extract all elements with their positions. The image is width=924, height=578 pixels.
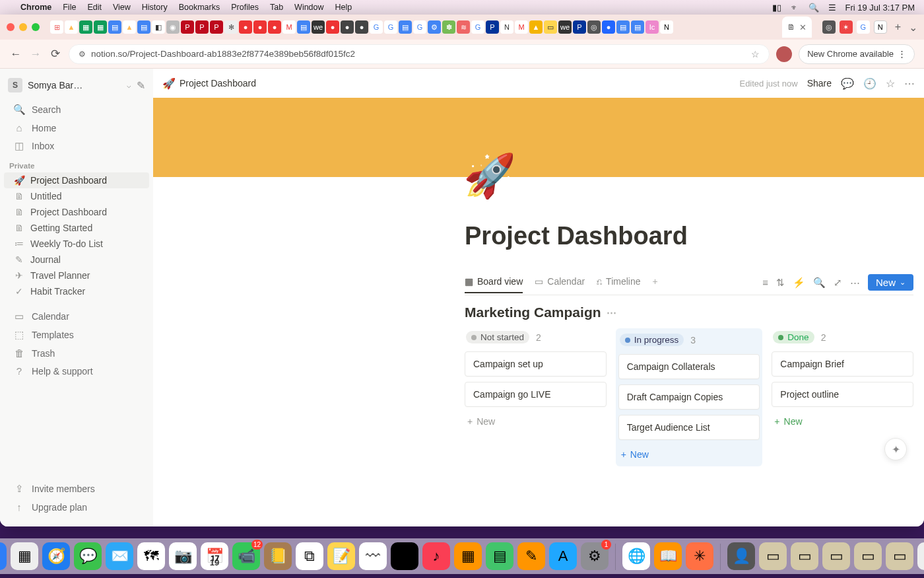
pinned-tab[interactable]: ● <box>326 20 339 34</box>
pinned-tab[interactable]: Ic <box>645 20 659 34</box>
pinned-tab[interactable]: ▭ <box>544 20 557 34</box>
dock-app[interactable]: 🧭 <box>42 542 70 570</box>
sidebar-home[interactable]: ⌂Home <box>4 119 149 137</box>
pinned-tab[interactable]: ▤ <box>616 20 630 34</box>
dock-app[interactable]: ⧉ <box>296 542 323 570</box>
dock-app[interactable]: ✎ <box>517 542 545 570</box>
dock-app[interactable]: 💬 <box>74 542 102 570</box>
filter-icon[interactable]: ≡ <box>762 277 768 288</box>
dock-app[interactable]: ▭ <box>854 542 882 570</box>
dock-app[interactable]: ▭ <box>886 542 913 570</box>
pinned-tab[interactable]: G <box>471 20 484 34</box>
automation-icon[interactable]: ⚡ <box>793 277 805 289</box>
background-tab[interactable]: ✶ <box>840 20 853 34</box>
updates-icon[interactable]: 🕘 <box>863 77 876 90</box>
pinned-tab[interactable]: we <box>558 20 572 34</box>
dock-app[interactable]: ✉️ <box>106 542 133 570</box>
dock-app[interactable]: 📒 <box>264 542 292 570</box>
pinned-tab[interactable]: ⊞ <box>50 20 63 34</box>
comments-icon[interactable]: 💬 <box>841 77 854 90</box>
dock-app[interactable]: 〰 <box>359 542 387 570</box>
expand-icon[interactable]: ⤢ <box>834 277 842 289</box>
dock-app[interactable]: 📹12 <box>232 542 260 570</box>
active-tab[interactable]: 🗎 ✕ <box>782 17 812 38</box>
database-title[interactable]: Marketing Campaign⋯ <box>465 305 913 320</box>
board-card[interactable]: Project outline <box>772 382 913 407</box>
sidebar-trash[interactable]: 🗑Trash <box>4 344 149 362</box>
sidebar-help[interactable]: ?Help & support <box>4 362 149 380</box>
pinned-tab[interactable]: P <box>486 20 499 34</box>
pinned-tab[interactable]: ● <box>239 20 252 34</box>
bookmark-star-icon[interactable]: ☆ <box>751 49 760 59</box>
dock-app[interactable]: tv <box>391 542 418 570</box>
pinned-tab[interactable]: ▲ <box>123 20 136 34</box>
close-tab-icon[interactable]: ✕ <box>799 22 807 32</box>
background-tab[interactable]: G <box>857 20 870 34</box>
sidebar-invite[interactable]: ⇪Invite members <box>4 480 149 498</box>
dock-app[interactable]: ▦ <box>11 542 38 570</box>
dock-app[interactable]: 📝 <box>327 542 355 570</box>
db-view-tab[interactable]: ▭Calendar <box>535 276 585 289</box>
share-button[interactable]: Share <box>807 78 832 89</box>
board-card[interactable]: Campaign Brief <box>772 351 913 377</box>
board-card[interactable]: Draft Campaign Copies <box>618 384 760 410</box>
pinned-tab[interactable]: ● <box>253 20 267 34</box>
sort-icon[interactable]: ⇅ <box>776 277 785 289</box>
update-chrome-button[interactable]: New Chrome available⋮ <box>799 44 915 64</box>
background-tab[interactable]: ◎ <box>822 20 836 34</box>
dock-app[interactable]: 🗺 <box>137 542 165 570</box>
spotlight-icon[interactable]: 🔍 <box>808 3 819 13</box>
dock-app[interactable]: A <box>549 542 577 570</box>
sidebar-inbox[interactable]: ◫Inbox <box>4 137 149 155</box>
favorite-icon[interactable]: ☆ <box>886 77 895 90</box>
control-center-icon[interactable]: ☰ <box>828 3 836 13</box>
menubar-item[interactable]: File <box>63 3 76 12</box>
dock-app[interactable]: 👤 <box>727 542 755 570</box>
db-view-tab[interactable]: ⎌Timeline <box>597 276 640 289</box>
forward-button[interactable]: → <box>29 48 42 61</box>
pinned-tab[interactable]: ✽ <box>442 20 455 34</box>
dock-app[interactable]: ✳ <box>686 542 713 570</box>
back-button[interactable]: ← <box>9 48 22 61</box>
board-card[interactable]: Campaign go LIVE <box>465 382 607 407</box>
search-db-icon[interactable]: 🔍 <box>813 277 826 289</box>
column-header[interactable]: Done2 <box>772 328 913 346</box>
dock-app[interactable]: ▭ <box>791 542 818 570</box>
pinned-tab[interactable]: G <box>384 20 397 34</box>
pinned-tab[interactable]: P <box>573 20 586 34</box>
minimize-window-button[interactable] <box>19 23 27 31</box>
db-view-tab[interactable]: ▦Board view <box>465 276 523 293</box>
close-window-button[interactable] <box>7 23 15 31</box>
pinned-tab[interactable]: we <box>312 20 325 34</box>
new-tab-button[interactable]: + <box>891 21 905 33</box>
add-view-button[interactable]: + <box>652 276 657 289</box>
pinned-tab[interactable]: ▤ <box>297 20 310 34</box>
pinned-tab[interactable]: G <box>370 20 383 34</box>
menubar-item[interactable]: Tab <box>270 3 283 12</box>
dock-app[interactable]: 📅19 <box>201 542 228 570</box>
sidebar-page[interactable]: 🗎Untitled <box>4 188 149 204</box>
pinned-tab[interactable]: G <box>413 20 426 34</box>
sidebar-calendar[interactable]: ▭Calendar <box>4 307 149 326</box>
pinned-tab[interactable]: P <box>195 20 209 34</box>
breadcrumb[interactable]: 🚀 Project Dashboard <box>162 77 256 90</box>
reload-button[interactable]: ⟳ <box>49 47 62 61</box>
pinned-tab[interactable]: ◎ <box>587 20 601 34</box>
dock-app[interactable]: 🌐 <box>622 542 650 570</box>
dock-app[interactable]: 🗑 <box>917 542 924 570</box>
pinned-tab[interactable]: ⚙ <box>428 20 441 34</box>
add-card-button[interactable]: +New <box>618 445 760 464</box>
pinned-tab[interactable]: M <box>515 20 528 34</box>
dock-app[interactable]: ▤ <box>486 542 513 570</box>
dock-app[interactable]: ☺ <box>0 542 7 570</box>
sidebar-page[interactable]: ≔Weekly To-do List <box>4 236 149 252</box>
pinned-tab[interactable]: ◧ <box>152 20 165 34</box>
new-record-button[interactable]: New⌄ <box>868 274 913 291</box>
page-cover[interactable]: 🚀 <box>153 98 924 177</box>
page-emoji[interactable]: 🚀 <box>463 151 516 201</box>
menubar-item[interactable]: Help <box>335 3 352 12</box>
column-header[interactable]: Not started2 <box>465 328 607 346</box>
pinned-tab[interactable]: P <box>210 20 223 34</box>
dock-app[interactable]: 📖 <box>654 542 682 570</box>
pinned-tab[interactable]: ▲ <box>529 20 543 34</box>
